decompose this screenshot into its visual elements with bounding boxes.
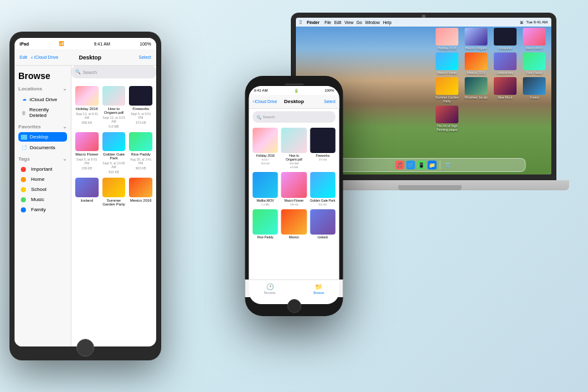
sidebar-tag-family[interactable]: Family: [18, 205, 67, 214]
sidebar-item-desktop[interactable]: Desktop: [18, 132, 67, 142]
iphone-thumb: [253, 172, 278, 197]
sidebar-tag-school[interactable]: School: [18, 185, 67, 194]
iphone-grid-item[interactable]: Malibu.MOV 3.2 MB: [253, 172, 278, 205]
iphone-select-button[interactable]: Select: [324, 99, 335, 104]
ipad-wifi-icon: 📶: [59, 41, 64, 46]
locations-section-title: Locations ⌄: [18, 86, 67, 92]
desktop-icon[interactable]: Macro Flower: [434, 52, 460, 75]
ipad-battery: 100%: [140, 42, 151, 46]
iphone-grid-item[interactable]: How to Origami.pdf 9/20 AM 4.8 MB: [281, 128, 307, 169]
desktop-icon[interactable]: Forest: [521, 77, 548, 103]
window-menu[interactable]: Window: [365, 20, 380, 25]
help-menu[interactable]: Help: [383, 20, 391, 25]
icon-label: Iceland.key: [497, 71, 513, 75]
iphone-grid-item[interactable]: Macro Flower 239 KB: [281, 172, 307, 205]
desktop-icon[interactable]: Fireworks: [492, 28, 518, 50]
ipad-time: 9:41 AM: [94, 42, 111, 46]
go-menu[interactable]: Go: [357, 20, 362, 25]
iphone-status-bar: 9:41 AM 🔋 100%: [249, 86, 340, 95]
desktop-icon[interactable]: Macro.MOV: [521, 28, 548, 50]
iphone-home-button[interactable]: [287, 299, 301, 313]
back-button[interactable]: ‹ iCloud Drive: [31, 54, 58, 61]
dock-icon-finder[interactable]: 📁: [427, 161, 436, 169]
ipad: iPad 📶 9:41 AM 100% Edit ‹ iCloud Drive …: [9, 32, 161, 360]
trash-icon: 🗑: [21, 109, 27, 116]
dock-icon-trash[interactable]: 🗑️: [443, 161, 452, 169]
ipad-search[interactable]: 🔍 Search: [71, 66, 156, 78]
desktop-icon[interactable]: The Art of Sign Painting.pages: [434, 106, 460, 132]
desktop-icon[interactable]: Holiday 2016: [434, 28, 460, 50]
sidebar-tag-important[interactable]: Important: [18, 164, 67, 174]
icon-label: Pinwheel Jar.zip: [465, 95, 487, 99]
iphone-tabbar-browse[interactable]: 📁 Browse: [314, 283, 324, 295]
icon-label: Macro.MOV: [526, 46, 543, 50]
iphone-grid-item[interactable]: Iceland: [310, 209, 335, 239]
iphone-grid-item[interactable]: Fireworks 373 KB: [310, 128, 335, 169]
iphone-grid-item[interactable]: Holiday 2016 9/4/17 958 KB: [253, 128, 278, 169]
ipad-body: iPad 📶 9:41 AM 100% Edit ‹ iCloud Drive …: [9, 32, 161, 360]
search-icon: 🔍: [257, 115, 261, 119]
ipad-sidebar: Browse Locations ⌄ ☁ iCloud Drive 🗑 Rece…: [15, 66, 71, 346]
sidebar-tag-music[interactable]: Music: [18, 195, 67, 204]
iphone-tabbar-recents[interactable]: 🕐 Recents: [264, 283, 275, 295]
iphone-toolbar-title: Desktop: [284, 99, 304, 104]
desktop-icon[interactable]: Pinwheel Jar.zip: [463, 77, 489, 103]
sidebar-tag-home[interactable]: Home: [18, 175, 67, 184]
grid-item[interactable]: Macro Flower Sept 5, at 9:01 PM 239 KB: [75, 132, 99, 175]
grid-item[interactable]: How to Origami.pdf Sept 12, at 9:23 AM 6…: [102, 86, 126, 128]
tag-dot-music: [21, 197, 26, 202]
favorites-section-title: Favorites ⌄: [18, 124, 67, 130]
tags-section-title: Tags ⌄: [18, 156, 67, 162]
iphone-grid-item[interactable]: Rice Paddy: [253, 209, 278, 239]
desktop-icon[interactable]: Mexico 2016: [463, 52, 489, 75]
tags-chevron: ⌄: [63, 156, 67, 162]
desktop-icon[interactable]: Iceland.key: [492, 52, 518, 75]
tag-dot-home: [21, 177, 26, 182]
grid-item[interactable]: Golden Gate Park Sept 5, at 10:46 AM 810…: [102, 132, 126, 175]
grid-item[interactable]: Summer Garden Party: [102, 178, 126, 206]
grid-item[interactable]: Iceland: [75, 178, 99, 206]
icon-thumb: [523, 52, 546, 70]
iphone-toolbar: ‹ iCloud Drive Desktop Select: [249, 95, 340, 109]
thumb-garden: [102, 178, 126, 197]
back-label: iCloud Drive: [34, 55, 58, 59]
view-menu[interactable]: View: [345, 20, 353, 25]
desktop-icon[interactable]: How to Origami: [463, 28, 489, 50]
grid-item[interactable]: Rice Paddy Aug 30, at 3:41 PM 963 KB: [129, 132, 152, 175]
iphone-back-button[interactable]: ‹ iCloud Drive: [253, 99, 278, 104]
favorites-chevron: ⌄: [63, 124, 67, 130]
iphone-search[interactable]: 🔍 Search: [253, 111, 336, 123]
wifi-icon: ⌘: [520, 20, 524, 25]
icon-label: Forest: [530, 95, 539, 99]
desktop-icon[interactable]: Rice Paddy: [521, 52, 548, 75]
edit-menu[interactable]: Edit: [334, 20, 341, 25]
grid-item[interactable]: Mexico 2016: [129, 178, 152, 206]
sidebar-item-icloud[interactable]: ☁ iCloud Drive: [18, 94, 67, 104]
thumb-iceland: [75, 178, 99, 197]
tag-dot-important: [21, 167, 26, 172]
iphone-grid-item[interactable]: Mexico: [281, 209, 307, 239]
iphone-grid-item[interactable]: Golden Gate Park 810 KB: [310, 172, 335, 205]
sidebar-item-documents[interactable]: 📄 Documents: [18, 142, 67, 152]
select-button[interactable]: Select: [139, 55, 151, 59]
ipad-home-button[interactable]: [77, 339, 94, 357]
iphone-grid: Holiday 2016 9/4/17 958 KB How to Origam…: [249, 125, 340, 242]
desktop-icon[interactable]: New Mix.it: [492, 77, 518, 103]
desktop-icon[interactable]: Summer Garden Party: [434, 77, 460, 103]
icon-thumb: [465, 77, 487, 95]
iphone-thumb: [281, 128, 307, 153]
dock-icon-appstore[interactable]: 🛒: [406, 161, 415, 169]
dock-icon-music[interactable]: 🎵: [395, 161, 404, 169]
finder-label: Finder: [307, 20, 319, 25]
dock-icon-facetime[interactable]: 📱: [417, 161, 426, 169]
icon-thumb: [436, 77, 458, 95]
edit-button[interactable]: Edit: [20, 55, 27, 59]
grid-item[interactable]: Fireworks Sept 5, at 5:51 PM 373 KB: [129, 86, 152, 128]
file-menu[interactable]: File: [324, 20, 331, 25]
thumb-macro: [75, 132, 99, 152]
ipad-toolbar: Edit ‹ iCloud Drive Desktop Select: [15, 49, 156, 66]
documents-icon: 📄: [21, 144, 27, 150]
iphone-screen: 9:41 AM 🔋 100% ‹ iCloud Drive Desktop Se…: [249, 86, 340, 304]
grid-item[interactable]: Holiday 2016 Sept 12, at 9:41 AM 958 KB: [75, 86, 99, 128]
sidebar-item-recently-deleted[interactable]: 🗑 Recently Deleted: [18, 105, 67, 120]
